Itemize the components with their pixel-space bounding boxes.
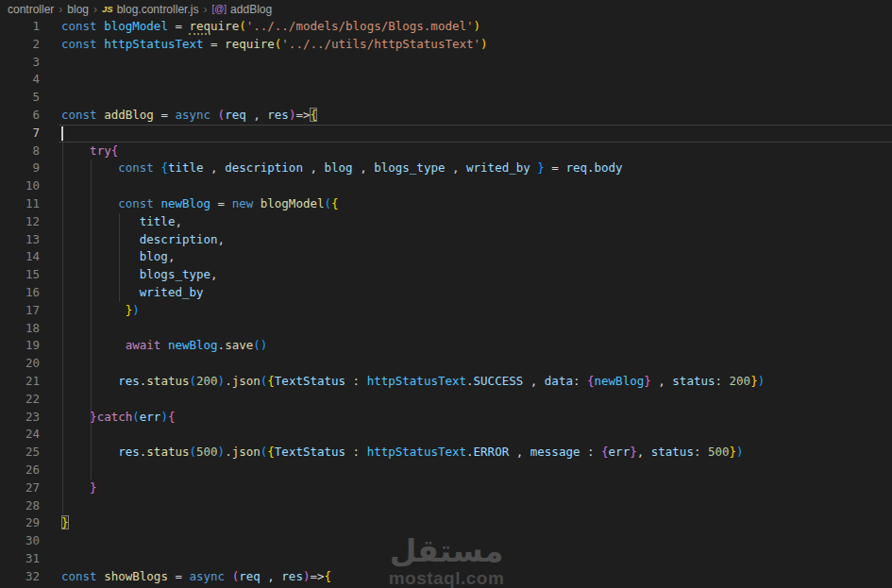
code-token: req [189,19,210,35]
line-number[interactable]: 27 [0,479,40,497]
code-token: catch [97,410,133,424]
code-token: addBlog [104,108,154,122]
line-number[interactable]: 12 [0,213,40,231]
line-number[interactable]: 8 [0,143,40,160]
code-line[interactable]: 10 [0,177,892,195]
code-line[interactable]: 22 [0,391,892,409]
breadcrumb-subfolder[interactable]: blog [67,3,89,16]
line-number[interactable]: 24 [0,426,40,444]
line-number[interactable]: 21 [0,373,40,391]
code-token [61,410,90,424]
code-text: const showBlogs = async (req , res)=>{ [61,568,892,586]
line-number[interactable]: 13 [0,231,40,249]
code-line[interactable]: 8 try{ [0,143,892,160]
code-line[interactable]: 4 [0,71,892,89]
code-lines[interactable]: 1const blogModel = require('../../models… [0,18,892,586]
code-editor[interactable]: 1const blogModel = require('../../models… [0,18,892,588]
line-number[interactable]: 26 [0,462,40,479]
code-line[interactable]: 28 [0,497,892,515]
line-number[interactable]: 7 [0,125,40,143]
line-number[interactable]: 17 [0,302,40,320]
code-token: blogs_type [374,160,445,175]
line-number[interactable]: 3 [0,54,40,72]
line-number[interactable]: 4 [0,71,40,89]
line-number[interactable]: 11 [0,195,40,213]
code-token: { [325,569,332,583]
code-line[interactable]: 13 description, [0,231,892,249]
line-number[interactable]: 31 [0,550,40,568]
code-line[interactable]: 15 blogs_type, [0,266,892,284]
code-line[interactable]: 26 [0,462,892,479]
code-token: ERROR [474,445,510,459]
code-line[interactable]: 23 }catch(err){ [0,409,892,427]
breadcrumb-symbol[interactable]: addBlog [230,3,272,16]
code-line[interactable]: 16 writed_by [0,284,892,302]
code-line[interactable]: 30 [0,532,892,550]
line-number[interactable]: 29 [0,514,40,532]
line-number[interactable]: 14 [0,248,40,266]
line-number[interactable]: 20 [0,355,40,373]
code-line[interactable]: 19 await newBlog.save() [0,337,892,355]
code-token: '../../utils/httpStatusText' [281,37,480,51]
code-line[interactable]: 14 blog, [0,248,892,266]
breadcrumb-file[interactable]: blog.controller.js [117,3,199,16]
line-number[interactable]: 25 [0,444,40,462]
code-token: , [523,374,545,388]
line-number[interactable]: 6 [0,107,40,125]
code-token: res [118,374,140,388]
code-text: description, [61,231,892,249]
code-token [61,232,140,246]
code-token: status [651,445,694,459]
code-token: : [345,445,367,459]
code-token: 200 [196,374,218,388]
line-number[interactable]: 16 [0,284,40,302]
code-line[interactable]: 31 [0,550,892,568]
code-line[interactable]: 1const blogModel = require('../../models… [0,18,892,36]
code-text [61,71,892,89]
code-token: , [175,214,182,228]
line-number[interactable]: 32 [0,568,40,586]
code-line[interactable]: 27 } [0,479,892,497]
code-text: const addBlog = async (req , res)=>{ [61,107,892,125]
line-number[interactable]: 23 [0,409,40,427]
code-line[interactable]: 24 [0,426,892,444]
line-number[interactable]: 19 [0,337,40,355]
code-line[interactable]: 11 const newBlog = new blogModel({ [0,195,892,213]
code-line[interactable]: 32const showBlogs = async (req , res)=>{ [0,568,892,586]
code-line[interactable]: 29} [0,514,892,532]
line-number[interactable]: 15 [0,266,40,284]
code-token: . [466,374,474,388]
code-line[interactable]: 7 [0,125,892,143]
code-line[interactable]: 12 title, [0,213,892,231]
code-line[interactable]: 21 res.status(200).json({TextStatus : ht… [0,373,892,391]
code-token: ) [218,445,226,459]
breadcrumb-folder[interactable]: controller [8,3,54,16]
line-number[interactable]: 18 [0,320,40,338]
line-number[interactable]: 28 [0,497,40,515]
code-token: req [239,569,261,583]
code-line[interactable]: 9 const {title , description , blog , bl… [0,160,892,177]
code-token: title [140,214,176,228]
code-line[interactable]: 17 }) [0,302,892,320]
code-token [61,143,90,158]
chevron-right-icon: › [89,3,102,16]
code-token: { [111,143,119,158]
code-line[interactable]: 20 [0,355,892,373]
code-token: , [210,267,218,281]
text-cursor [61,126,63,141]
code-line[interactable]: 18 [0,320,892,338]
code-line[interactable]: 2const httpStatusText = require('../../u… [0,36,892,54]
code-line[interactable]: 25 res.status(500).json({TextStatus : ht… [0,444,892,462]
line-number[interactable]: 2 [0,36,40,54]
code-token: const [118,160,154,175]
code-token: ) [480,37,488,51]
line-number[interactable]: 30 [0,532,40,550]
line-number[interactable]: 22 [0,391,40,409]
line-number[interactable]: 9 [0,160,40,177]
code-line[interactable]: 3 [0,54,892,72]
code-line[interactable]: 6const addBlog = async (req , res)=>{ [0,107,892,125]
line-number[interactable]: 1 [0,18,40,36]
code-line[interactable]: 5 [0,89,892,107]
line-number[interactable]: 5 [0,89,40,107]
line-number[interactable]: 10 [0,177,40,195]
